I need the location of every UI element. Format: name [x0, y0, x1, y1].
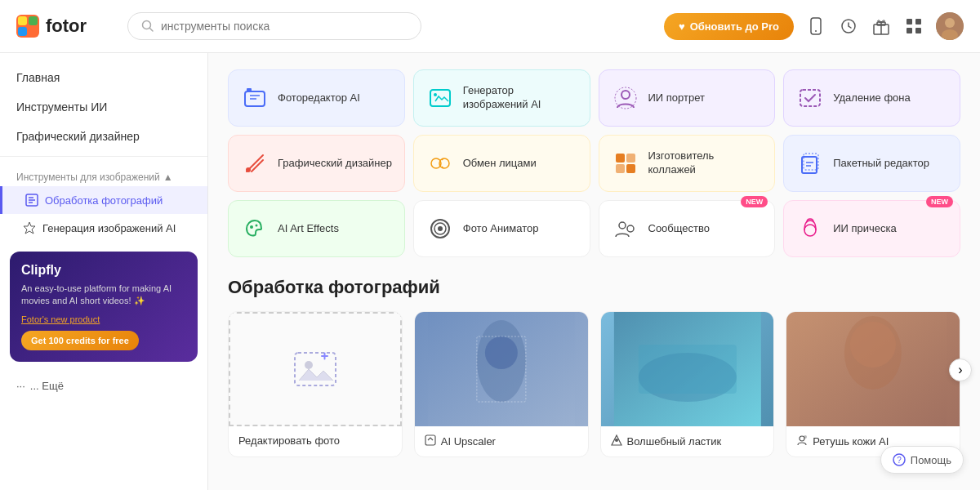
banner-cta-button[interactable]: Get 100 credits for free [21, 331, 139, 350]
svg-rect-15 [906, 28, 912, 33]
ai-tools-label: Инструменты ИИ [16, 100, 107, 114]
svg-point-52 [619, 222, 626, 229]
photo-icon-magic-eraser [611, 434, 622, 448]
tool-icon-collage [611, 149, 640, 178]
tool-card-bg-remove[interactable]: Удаление фона [783, 69, 960, 127]
photo-label-edit-photo: Редактировать фото [229, 426, 402, 455]
svg-rect-1 [18, 16, 27, 25]
logo[interactable]: fotor [16, 15, 114, 38]
logo-text: fotor [46, 16, 87, 37]
ai-gen-icon [23, 221, 36, 234]
photo-icon-skin-retouch [796, 434, 808, 448]
sidebar: Главная Инструменты ИИ Графический дизай… [0, 53, 208, 490]
sidebar-more[interactable]: ··· ... Ещё [0, 372, 207, 400]
tool-label-community: Сообщество [648, 222, 710, 236]
tool-icon-batch-editor [795, 149, 825, 178]
sidebar-item-home[interactable]: Главная [0, 63, 207, 92]
svg-rect-61 [425, 435, 435, 445]
app-body: Главная Инструменты ИИ Графический дизай… [0, 53, 980, 490]
photo-grid-wrapper: Редактировать фото AI Upscaler Волшебный… [228, 311, 960, 457]
photo-card-ai-upscaler[interactable]: AI Upscaler [414, 311, 589, 457]
photo-text-ai-upscaler: AI Upscaler [441, 435, 496, 448]
header: fotor ♥ Обновить до Pro [0, 0, 980, 53]
svg-rect-43 [802, 157, 817, 173]
tool-card-photo-editor[interactable]: Фоторедактор AI [228, 69, 405, 127]
svg-rect-14 [915, 19, 921, 24]
svg-rect-42 [626, 164, 635, 173]
svg-rect-4 [29, 27, 38, 36]
banner-desc: An easy-to-use platform for making AI mo… [21, 283, 186, 308]
section-label-text: Инструменты для изображений [16, 172, 160, 183]
svg-point-18 [945, 18, 955, 28]
svg-point-66 [615, 439, 618, 442]
tool-icon-ai-hairstyle [795, 214, 825, 243]
sidebar-divider [0, 156, 207, 157]
tool-icon-ai-portrait [611, 83, 640, 113]
photo-icon-ai-upscaler [425, 434, 436, 448]
svg-point-56 [305, 361, 313, 369]
search-icon [141, 20, 154, 33]
banner-logo: Clipfly [21, 263, 186, 278]
sidebar-banner: Clipfly An easy-to-use platform for maki… [10, 252, 198, 362]
tool-card-image-generator[interactable]: Генератор изображений AI [413, 69, 590, 127]
tool-label-ai-portrait: ИИ портрет [648, 91, 705, 105]
svg-rect-41 [616, 164, 625, 173]
mobile-icon[interactable] [805, 16, 826, 37]
ai-generation-label: Генерация изображений AI [42, 222, 176, 234]
home-label: Главная [16, 71, 60, 84]
tool-card-collage[interactable]: Изготовитель коллажей [599, 135, 776, 192]
tool-card-ai-portrait[interactable]: ИИ портрет [599, 69, 776, 127]
photo-card-skin-retouch[interactable]: Ретушь кожи AI [786, 311, 960, 457]
sidebar-item-ai-tools[interactable]: Инструменты ИИ [0, 92, 207, 122]
graphic-label: Графический дизайнер [16, 130, 140, 143]
more-label: ... Ещё [30, 380, 64, 392]
tool-icon-community [611, 214, 640, 243]
main-content: Фоторедактор AI Генератор изображений AI… [208, 53, 980, 490]
svg-point-36 [246, 167, 251, 172]
banner-link[interactable]: Fotor's new product [21, 314, 186, 324]
photo-text-magic-eraser: Волшебный ластик [627, 435, 722, 448]
avatar[interactable] [936, 12, 964, 40]
tool-label-photo-editor: Фоторедактор AI [278, 91, 360, 105]
help-button[interactable]: ? Помощь [880, 446, 964, 474]
sidebar-item-ai-generation[interactable]: Генерация изображений AI [0, 214, 207, 242]
history-icon[interactable] [838, 16, 859, 37]
photo-grid: Редактировать фото AI Upscaler Волшебный… [228, 311, 960, 457]
tool-label-image-generator: Генератор изображений AI [463, 84, 578, 112]
svg-rect-64 [638, 345, 736, 394]
tool-card-community[interactable]: NEW Сообщество [599, 200, 776, 257]
photo-card-magic-eraser[interactable]: Волшебный ластик [600, 311, 775, 457]
tool-card-art-effects[interactable]: AI Art Effects [228, 200, 405, 257]
search-input[interactable] [161, 20, 408, 33]
tool-card-graphic-designer[interactable]: Графический дизайнер [228, 135, 405, 192]
svg-rect-16 [915, 28, 921, 33]
svg-point-53 [627, 225, 634, 232]
svg-point-30 [434, 93, 437, 96]
svg-rect-3 [18, 27, 27, 36]
photo-thumb-ai-upscaler [415, 312, 588, 426]
help-icon: ? [893, 453, 906, 466]
photo-card-edit-photo[interactable]: Редактировать фото [228, 311, 403, 457]
upgrade-button[interactable]: ♥ Обновить до Pro [664, 13, 794, 40]
tool-icon-art-effects [240, 214, 270, 243]
search-bar[interactable] [127, 12, 421, 40]
svg-rect-39 [616, 154, 625, 163]
tool-card-batch-editor[interactable]: Пакетный редактор [783, 135, 960, 192]
svg-point-69 [850, 322, 896, 368]
photo-text-skin-retouch: Ретушь кожи AI [813, 435, 889, 448]
tool-card-ai-hairstyle[interactable]: NEW ИИ прическа [783, 200, 960, 257]
photo-thumb-skin-retouch [786, 312, 960, 426]
sidebar-item-graphic[interactable]: Графический дизайнер [0, 122, 207, 151]
grid-icon[interactable] [903, 16, 924, 37]
gift-icon[interactable] [871, 16, 892, 37]
scroll-right-arrow[interactable]: › [949, 359, 972, 381]
badge-new-community: NEW [741, 196, 768, 207]
tool-card-photo-animator[interactable]: Фото Аниматор [413, 200, 590, 257]
badge-new-ai-hairstyle: NEW [926, 196, 953, 207]
sidebar-item-photo-editing[interactable]: Обработка фотографий [0, 186, 207, 214]
tool-icon-face-swap [425, 149, 455, 178]
svg-point-71 [804, 435, 807, 439]
tool-grid: Фоторедактор AI Генератор изображений AI… [228, 69, 960, 257]
svg-point-8 [815, 30, 817, 32]
tool-card-face-swap[interactable]: Обмен лицами [413, 135, 590, 192]
